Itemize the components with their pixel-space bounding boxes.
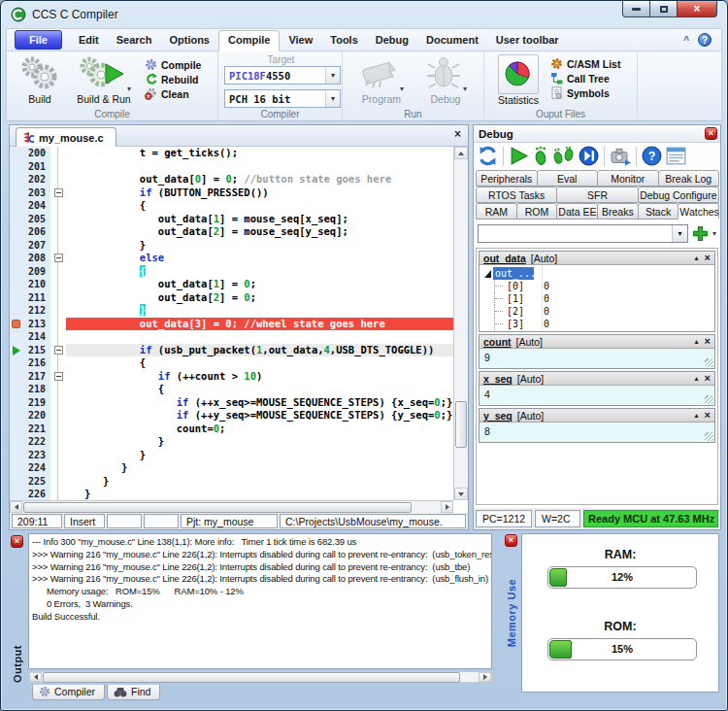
- dropdown-arrow-icon[interactable]: ▾: [325, 67, 340, 84]
- watch-value[interactable]: 4: [480, 386, 714, 405]
- gutter[interactable]: [10, 147, 23, 160]
- dropdown-arrow-icon[interactable]: ▾: [672, 225, 687, 242]
- scroll-up-icon[interactable]: [454, 147, 468, 159]
- menu-item-document[interactable]: Document: [417, 31, 487, 49]
- gutter[interactable]: [10, 186, 23, 200]
- gutter[interactable]: [10, 356, 23, 370]
- help-icon[interactable]: ?: [698, 33, 711, 47]
- scroll-thumb[interactable]: [43, 672, 460, 683]
- gutter[interactable]: [10, 344, 23, 357]
- editor-tab-my-mouse[interactable]: my_mouse.c: [16, 127, 116, 147]
- resize-grip[interactable]: [705, 358, 713, 367]
- gutter[interactable]: [10, 291, 23, 305]
- snapshot-icon[interactable]: [610, 146, 631, 166]
- code-text[interactable]: out_data[2] = 0;: [66, 291, 453, 305]
- watch-name[interactable]: y_seq: [483, 410, 513, 422]
- fold-marker-icon[interactable]: [54, 346, 63, 355]
- watch-tree-root[interactable]: out_...: [480, 267, 714, 280]
- editor-close-icon[interactable]: ×: [454, 128, 461, 140]
- watch-collapse-icon[interactable]: ▴: [695, 374, 699, 383]
- step-icon[interactable]: [532, 146, 549, 166]
- program-button[interactable]: ▾ Program: [354, 54, 409, 105]
- debug-tab-ram[interactable]: RAM: [476, 203, 517, 220]
- code-text[interactable]: {: [66, 199, 453, 213]
- watch-name[interactable]: x_seq: [483, 373, 513, 385]
- watch-value[interactable]: 9: [480, 349, 714, 368]
- memory-close-button[interactable]: ×: [505, 534, 517, 547]
- compiler-mode-select[interactable]: PCH 16 bit ▾: [224, 89, 341, 108]
- debug-tab-eval[interactable]: Eval: [537, 170, 599, 186]
- debug-tab-sfr[interactable]: SFR: [556, 186, 638, 203]
- menu-item-tools[interactable]: Tools: [321, 31, 367, 49]
- code-text[interactable]: out_data[3] = 0; //wheel state goes here: [66, 318, 453, 331]
- watch-close-icon[interactable]: ×: [705, 336, 711, 347]
- gutter[interactable]: [10, 435, 23, 449]
- watch-array-item[interactable]: [2]0: [480, 305, 714, 318]
- gutter[interactable]: [10, 239, 23, 253]
- gutter[interactable]: [10, 304, 23, 318]
- tab-compiler[interactable]: Compiler: [32, 685, 105, 700]
- maximize-button[interactable]: [650, 1, 677, 17]
- rebuild-button[interactable]: Rebuild: [143, 73, 203, 85]
- code-text[interactable]: {: [66, 356, 453, 370]
- watch-expression-input[interactable]: ▾: [478, 224, 688, 243]
- gutter[interactable]: [10, 370, 23, 384]
- code-text[interactable]: [66, 160, 453, 174]
- editor-vertical-scrollbar[interactable]: [453, 147, 468, 500]
- scroll-thumb[interactable]: [23, 502, 412, 513]
- code-text[interactable]: }: [66, 435, 453, 449]
- code-text[interactable]: out_data[1] = mouse_seq[x_seq];: [66, 213, 453, 226]
- fold-marker-icon[interactable]: [54, 372, 63, 381]
- gutter[interactable]: [10, 173, 23, 186]
- watch-collapse-icon[interactable]: ▴: [695, 411, 699, 420]
- code-text[interactable]: }: [66, 488, 453, 500]
- code-text[interactable]: {: [66, 265, 453, 279]
- menu-item-options[interactable]: Options: [160, 31, 218, 49]
- code-text[interactable]: if (++x_seq>=MOUSE_SEQUENCE_STEPS) {x_se…: [66, 396, 453, 410]
- watch-array-item[interactable]: [1]0: [480, 292, 714, 305]
- debug-tab-stack[interactable]: Stack: [638, 203, 679, 220]
- gutter[interactable]: [10, 423, 23, 436]
- code-text[interactable]: out_data[0] = 0; //button state goes her…: [66, 173, 453, 186]
- run-icon[interactable]: [509, 146, 529, 166]
- code-text[interactable]: }: [66, 304, 453, 318]
- gutter[interactable]: [10, 461, 23, 475]
- code-text[interactable]: [66, 330, 453, 344]
- debug-tab-data-ee[interactable]: Data EE: [556, 203, 598, 220]
- run-to-breakpoint-icon[interactable]: [579, 146, 599, 166]
- compiler-output[interactable]: --- Info 300 "my_mouse.c" Line 138(1,1):…: [28, 533, 492, 669]
- build-and-run-button[interactable]: ▾ Build & Run: [67, 54, 141, 105]
- statistics-button[interactable]: Statistics: [494, 54, 543, 106]
- gutter[interactable]: [10, 488, 23, 500]
- casm-list-button[interactable]: C/ASM List: [548, 57, 622, 70]
- code-area[interactable]: 200 t = get_ticks();201202 out_data[0] =…: [10, 147, 453, 500]
- menu-item-debug[interactable]: Debug: [367, 31, 417, 49]
- gutter[interactable]: [10, 160, 23, 174]
- gutter[interactable]: [10, 396, 23, 410]
- debug-tab-monitor[interactable]: Monitor: [597, 170, 659, 186]
- menu-item-search[interactable]: Search: [108, 31, 161, 49]
- watch-array-item[interactable]: [0]0: [480, 280, 714, 292]
- menu-item-compile[interactable]: Compile: [218, 30, 280, 51]
- watch-collapse-icon[interactable]: ▴: [695, 337, 699, 346]
- debug-tab-watches[interactable]: Watches: [678, 203, 719, 220]
- gutter[interactable]: [10, 213, 23, 226]
- code-text[interactable]: out_data[1] = 0;: [66, 278, 453, 291]
- code-text[interactable]: if (++count > 10): [66, 370, 453, 384]
- clean-button[interactable]: Clean: [143, 87, 203, 100]
- add-watch-caret-icon[interactable]: ▾: [712, 229, 716, 238]
- gutter[interactable]: [10, 475, 23, 489]
- scroll-left-icon[interactable]: [29, 672, 42, 682]
- fold-marker-icon[interactable]: [54, 188, 63, 197]
- watch-value[interactable]: 8: [480, 423, 714, 442]
- add-watch-icon[interactable]: [692, 225, 709, 242]
- compile-button[interactable]: Compile: [143, 58, 203, 71]
- minimize-button[interactable]: [622, 1, 650, 17]
- gutter[interactable]: [10, 383, 23, 396]
- dropdown-arrow-icon[interactable]: ▾: [325, 90, 340, 107]
- gutter[interactable]: [10, 278, 23, 291]
- resize-grip[interactable]: [705, 395, 713, 404]
- gutter[interactable]: [10, 252, 23, 265]
- code-text[interactable]: if (BUTTON_PRESSED()): [66, 186, 453, 200]
- gutter[interactable]: [10, 449, 23, 462]
